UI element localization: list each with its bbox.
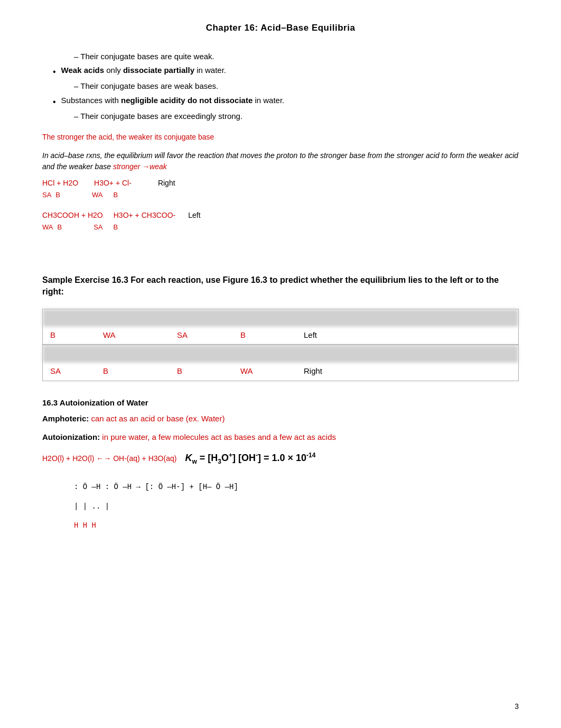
ex2-direction: Right: [304, 365, 511, 377]
bullet-dot-2: •: [53, 96, 56, 108]
autoionization-block: Autoionization: in pure water, a few mol…: [42, 431, 519, 444]
sample-exercise-title: Sample Exercise 16.3 For each reaction, …: [42, 274, 519, 298]
weak-acids-bold: Weak acids: [61, 66, 104, 75]
ex1-label-sa: SA: [177, 329, 240, 342]
ex1-label-b: B: [50, 329, 103, 342]
red-principle: The stronger the acid, the weaker its co…: [42, 132, 519, 143]
ex2-label-b2: B: [177, 365, 240, 377]
exercise-row-2-container: SA B B WA Right: [42, 345, 519, 381]
water-diagram: : Ö —H : Ö —H → [: Ö —H-] + [H— Ö —H] | …: [74, 479, 519, 534]
water-row-3: H H H: [74, 518, 519, 534]
exercise-row-1-container: B WA SA B Left: [42, 309, 519, 346]
ex2-label-wa: WA: [240, 365, 304, 377]
exercise-label-row-2: SA B B WA Right: [43, 362, 518, 381]
bullet-weak-acids: • Weak acids only dissociate partially i…: [53, 64, 519, 78]
ch3-labels-line: WA B SA B: [42, 222, 519, 233]
dissociate-bold: dissociate partially: [123, 66, 194, 75]
bullet-dot: •: [53, 66, 56, 78]
amphoteric-label: Amphoteric:: [42, 414, 89, 423]
ex2-label-b: B: [103, 365, 177, 377]
kw-equation-line: H2O(l) + H2O(l) ←→ OH-(aq) + H3O(aq) Kw …: [42, 450, 519, 466]
water-row-1: : Ö —H : Ö —H → [: Ö —H-] + [H— Ö —H]: [74, 479, 519, 495]
hcl-direction: Right: [158, 178, 175, 189]
ch3-equation-line: CH3COOH + H2O H3O+ + CH3COO- Left: [42, 210, 519, 221]
exercise-label-row-1: B WA SA B Left: [43, 326, 518, 345]
sub-bullet-3: Their conjugate bases are exceedingly st…: [74, 110, 519, 123]
hcl-reaction-block: HCl + H2O H3O+ + Cl- Right SA B WA B: [42, 178, 519, 200]
sub-bullet-1: Their conjugate bases are quite weak.: [74, 51, 519, 63]
ch3-reaction-block: CH3COOH + H2O H3O+ + CH3COO- Left WA B S…: [42, 210, 519, 233]
section-16-3-heading: 16.3 Autoionization of Water: [42, 397, 519, 409]
ex1-label-b2: B: [240, 329, 304, 342]
exercise-blurred-row-2: [43, 345, 518, 362]
ex1-label-wa: WA: [103, 329, 177, 342]
exercise-blurred-row-1: [43, 309, 518, 326]
sub-bullet-2: Their conjugate bases are weak bases.: [74, 80, 519, 93]
water-row-2: | | .. |: [74, 499, 519, 515]
ex2-label-sa: SA: [50, 365, 103, 377]
autoionization-text: in pure water, a few molecules act as ba…: [102, 432, 336, 441]
negligible-bold: negligible acidity do not dissociate: [121, 96, 253, 105]
autoionization-label: Autoionization:: [42, 432, 100, 441]
hcl-labels-line: SA B WA B: [42, 190, 519, 200]
page-number: 3: [515, 701, 519, 712]
hcl-equation-line: HCl + H2O H3O+ + Cl- Right: [42, 178, 519, 189]
bullet-negligible: • Substances with negligible acidity do …: [53, 95, 519, 108]
amphoteric-block: Amphoteric: can act as an acid or base (…: [42, 413, 519, 425]
ex1-direction: Left: [304, 329, 511, 342]
amphoteric-text: can act as an acid or base (ex. Water): [91, 414, 225, 423]
italic-paragraph: In acid–base rxns, the equilibrium will …: [42, 150, 519, 172]
page-title: Chapter 16: Acid–Base Equilibria: [42, 21, 519, 35]
